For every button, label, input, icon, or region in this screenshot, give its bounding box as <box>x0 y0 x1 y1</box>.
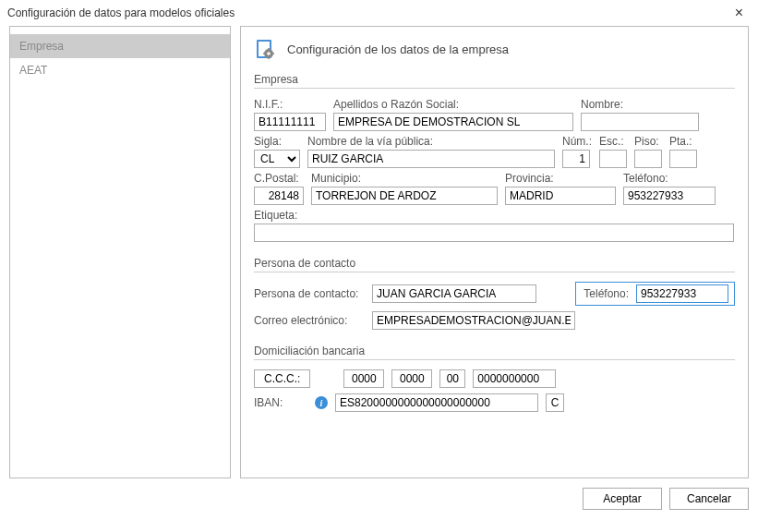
cpostal-label: C.Postal: <box>254 172 304 185</box>
correo-input[interactable] <box>372 311 575 330</box>
sidebar-item-aeat[interactable]: AEAT <box>10 58 230 82</box>
telefono-input[interactable] <box>623 187 716 205</box>
close-icon[interactable]: × <box>729 6 749 20</box>
ccc-button[interactable]: C.C.C.: <box>254 369 310 388</box>
section-empresa-title: Empresa <box>254 73 735 86</box>
sigla-label: Sigla: <box>254 135 300 148</box>
correo-label: Correo electrónico: <box>254 314 365 327</box>
divider <box>254 272 735 272</box>
section-banco-title: Domiciliación bancaria <box>254 345 735 357</box>
ccc-field-4[interactable] <box>473 369 556 388</box>
sidebar: Empresa AEAT <box>9 26 231 478</box>
contacto-telefono-input[interactable] <box>636 284 728 303</box>
svg-rect-7 <box>272 53 274 54</box>
piso-input[interactable] <box>634 150 662 168</box>
accept-button[interactable]: Aceptar <box>583 488 662 510</box>
sigla-select[interactable]: CL <box>254 150 300 168</box>
config-icon <box>254 38 276 60</box>
etiqueta-input[interactable] <box>254 224 734 242</box>
via-label: Nombre de la vía pública: <box>307 135 555 148</box>
info-icon[interactable]: i <box>315 396 328 409</box>
esc-label: Esc.: <box>599 135 627 148</box>
window-title: Configuración de datos para modelos ofic… <box>7 6 235 19</box>
sidebar-item-label: Empresa <box>19 40 64 53</box>
nombre-label: Nombre: <box>581 98 699 111</box>
provincia-label: Provincia: <box>505 172 616 185</box>
telefono-highlight: Teléfono: <box>575 282 735 306</box>
ccc-field-2[interactable] <box>391 369 432 388</box>
svg-point-3 <box>267 52 271 55</box>
sidebar-item-label: AEAT <box>19 64 47 77</box>
via-input[interactable] <box>307 150 555 168</box>
divider <box>254 359 735 360</box>
contacto-telefono-label: Teléfono: <box>584 287 629 300</box>
esc-input[interactable] <box>599 150 627 168</box>
nif-input[interactable] <box>254 113 326 131</box>
ccc-field-1[interactable] <box>343 369 384 388</box>
svg-rect-4 <box>268 48 270 50</box>
section-contacto-title: Persona de contacto <box>254 257 735 270</box>
provincia-input[interactable] <box>505 187 616 205</box>
num-input[interactable] <box>562 150 590 168</box>
num-label: Núm.: <box>562 135 592 148</box>
piso-label: Piso: <box>634 135 662 148</box>
sidebar-item-empresa[interactable]: Empresa <box>10 34 230 58</box>
telefono-label: Teléfono: <box>623 172 716 185</box>
svg-rect-5 <box>268 57 270 59</box>
iban-label: IBAN: <box>254 396 307 409</box>
main-panel: Configuración de los datos de la empresa… <box>240 26 749 478</box>
divider <box>254 88 735 89</box>
pta-label: Pta.: <box>669 135 697 148</box>
nombre-input[interactable] <box>581 113 699 131</box>
page-title: Configuración de los datos de la empresa <box>287 42 509 56</box>
razon-input[interactable] <box>333 113 573 131</box>
cpostal-input[interactable] <box>254 187 304 205</box>
razon-label: Apellidos o Razón Social: <box>333 98 573 111</box>
nif-label: N.I.F.: <box>254 98 326 111</box>
persona-contacto-label: Persona de contacto: <box>254 287 365 300</box>
iban-input[interactable] <box>335 393 538 412</box>
svg-rect-6 <box>263 53 265 54</box>
persona-contacto-input[interactable] <box>372 284 536 303</box>
etiqueta-label: Etiqueta: <box>254 209 735 222</box>
cancel-button[interactable]: Cancelar <box>669 488 749 510</box>
municipio-label: Municipio: <box>311 172 498 185</box>
pta-input[interactable] <box>669 150 697 168</box>
ccc-field-3[interactable] <box>439 369 465 388</box>
municipio-input[interactable] <box>311 187 498 205</box>
iban-calc-button[interactable]: C <box>546 393 564 412</box>
